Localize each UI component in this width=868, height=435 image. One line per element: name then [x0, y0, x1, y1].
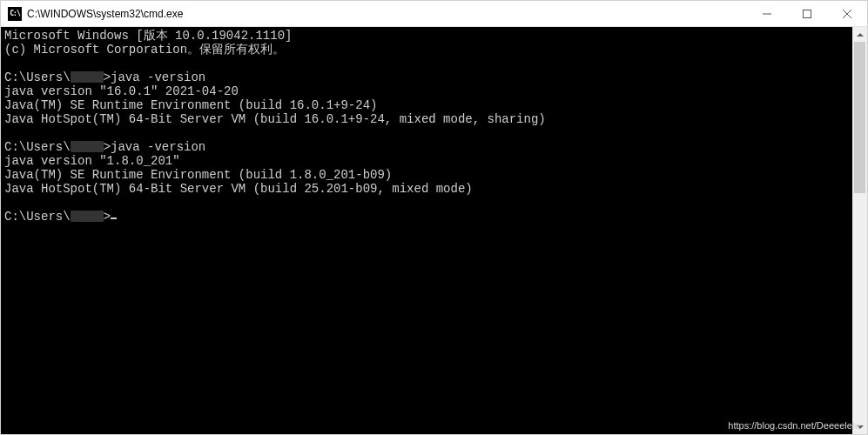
command-2: java -version — [111, 140, 205, 154]
title-bar[interactable]: C:\ C:\WINDOWS\system32\cmd.exe — [1, 1, 867, 27]
prompt-1-suffix: > — [104, 70, 111, 84]
command-1: java -version — [111, 70, 205, 84]
client-area: Microsoft Windows [版本 10.0.19042.1110] (… — [1, 27, 867, 434]
minimize-button[interactable] — [747, 1, 787, 27]
prompt-2-suffix: > — [104, 140, 111, 154]
chevron-down-icon — [857, 424, 864, 431]
maximize-button[interactable] — [787, 1, 827, 27]
svg-rect-0 — [804, 10, 811, 17]
app-icon: C:\ — [8, 7, 22, 21]
maximize-icon — [803, 10, 811, 18]
cmd-window: C:\ C:\WINDOWS\system32\cmd.exe Microsof… — [0, 0, 868, 435]
current-prompt-suffix: > — [104, 210, 111, 224]
prompt-2-user-redacted — [71, 141, 104, 152]
close-button[interactable] — [827, 1, 867, 27]
output-2-line-3: Java HotSpot(TM) 64-Bit Server VM (build… — [4, 182, 473, 196]
output-2-line-1: java version "1.8.0_201" — [4, 154, 180, 168]
current-prompt-user-redacted — [71, 211, 104, 222]
scroll-up-button[interactable] — [852, 27, 867, 42]
prompt-2-prefix: C:\Users\ — [4, 140, 71, 154]
banner-line-1: Microsoft Windows [版本 10.0.19042.1110] — [4, 29, 292, 43]
scrollbar-thumb[interactable] — [854, 42, 865, 193]
scroll-down-button[interactable] — [852, 419, 867, 434]
current-prompt-prefix: C:\Users\ — [4, 210, 71, 224]
chevron-up-icon — [857, 31, 864, 38]
minimize-icon — [763, 10, 771, 18]
close-icon — [843, 10, 851, 18]
output-1-line-2: Java(TM) SE Runtime Environment (build 1… — [4, 98, 377, 112]
scrollbar-track[interactable] — [852, 42, 867, 419]
vertical-scrollbar[interactable] — [852, 27, 867, 434]
prompt-1-prefix: C:\Users\ — [4, 70, 71, 84]
console-output[interactable]: Microsoft Windows [版本 10.0.19042.1110] (… — [1, 27, 852, 434]
text-cursor — [111, 218, 117, 219]
output-2-line-2: Java(TM) SE Runtime Environment (build 1… — [4, 168, 392, 182]
banner-line-2: (c) Microsoft Corporation。保留所有权利。 — [4, 43, 285, 57]
output-1-line-3: Java HotSpot(TM) 64-Bit Server VM (build… — [4, 112, 546, 126]
window-title: C:\WINDOWS\system32\cmd.exe — [27, 8, 183, 20]
prompt-1-user-redacted — [71, 71, 104, 83]
output-1-line-1: java version "16.0.1" 2021-04-20 — [4, 84, 239, 98]
app-icon-glyph: C:\ — [10, 10, 19, 17]
